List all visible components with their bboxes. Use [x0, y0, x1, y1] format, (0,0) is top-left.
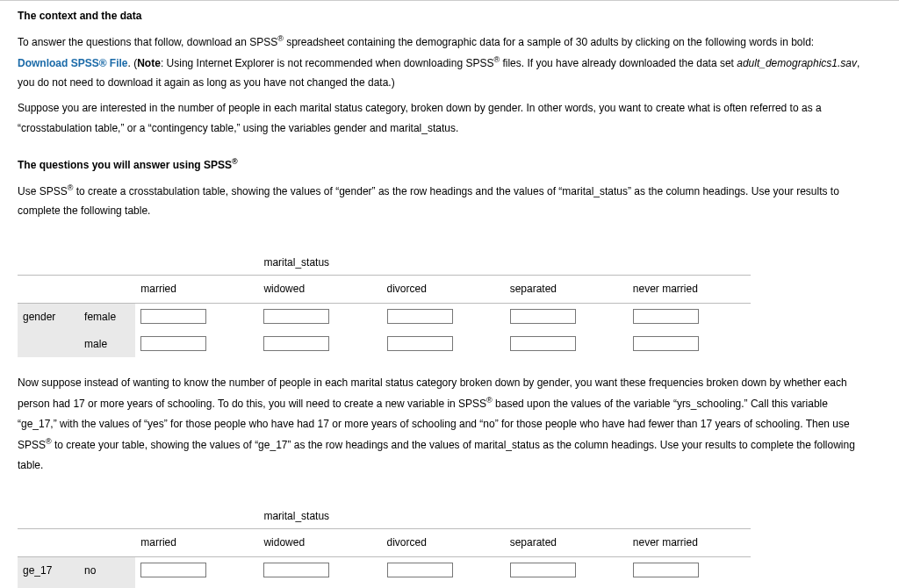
table1-col-divorced: divorced — [382, 275, 505, 303]
paragraph-suppose: Suppose you are interested in the number… — [18, 98, 860, 139]
paragraph-instruct-2: Now suppose instead of wanting to know t… — [18, 373, 860, 475]
input-t1-female-never[interactable] — [633, 309, 699, 324]
section-heading-context: The context and the data — [18, 6, 860, 26]
input-t1-female-married[interactable] — [140, 309, 206, 324]
section-heading-questions: The questions you will answer using SPSS… — [18, 154, 860, 176]
table1-rowvar: gender — [18, 303, 79, 330]
input-t1-male-separated[interactable] — [510, 336, 576, 351]
input-t1-female-divorced[interactable] — [387, 309, 453, 324]
table2-rowvar: ge_17 — [18, 556, 79, 584]
table2-col-never: never married — [628, 529, 751, 557]
table2-row-no: no — [79, 556, 135, 584]
crosstab-table-gender: marital_status married widowed divorced … — [18, 247, 751, 357]
input-t1-male-widowed[interactable] — [263, 336, 329, 351]
download-link[interactable]: Download SPSS® File — [18, 57, 128, 69]
table2-row-yes: yes — [79, 584, 135, 588]
table1-col-married: married — [135, 275, 258, 303]
input-t1-male-never[interactable] — [633, 336, 699, 351]
input-t2-no-divorced[interactable] — [387, 563, 453, 577]
input-t1-male-divorced[interactable] — [387, 336, 453, 351]
table2-col-married: married — [135, 529, 258, 557]
table1-superheader: marital_status — [258, 247, 381, 275]
table1-col-separated: separated — [505, 275, 628, 303]
input-t1-male-married[interactable] — [140, 336, 206, 351]
crosstab-table-ge17: marital_status married widowed divorced … — [18, 501, 751, 588]
paragraph-instruct-1: Use SPSS® to create a crosstabulation ta… — [18, 181, 860, 222]
table1-col-widowed: widowed — [258, 275, 381, 303]
table2-col-widowed: widowed — [258, 529, 381, 557]
table1-col-never: never married — [628, 275, 751, 303]
input-t2-no-widowed[interactable] — [263, 563, 329, 577]
input-t2-no-never[interactable] — [633, 563, 699, 577]
table2-col-separated: separated — [505, 529, 628, 557]
input-t2-no-separated[interactable] — [510, 563, 576, 577]
table1-row-female: female — [79, 303, 135, 330]
table2-col-divorced: divorced — [382, 529, 505, 557]
paragraph-intro: To answer the questions that follow, dow… — [18, 32, 860, 93]
input-t1-female-separated[interactable] — [510, 309, 576, 324]
table2-superheader: marital_status — [258, 501, 381, 528]
table1-row-male: male — [79, 331, 135, 358]
input-t1-female-widowed[interactable] — [263, 309, 329, 324]
input-t2-no-married[interactable] — [140, 563, 206, 577]
